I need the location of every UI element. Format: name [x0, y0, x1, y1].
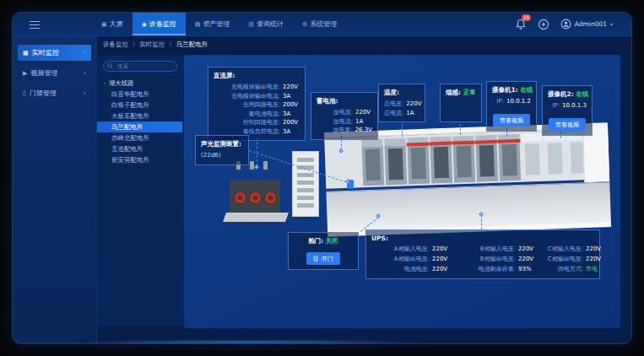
main-nav: ▣ 大屏 ◉ 设备监控 ▤ 资产管理 ▥ 查询统计 ⚙ 系统管理 — [92, 13, 346, 35]
connector-line — [481, 215, 482, 229]
user-menu[interactable]: Admin001 ▾ — [560, 19, 613, 30]
sidebar-item-label: 实时监控 — [32, 48, 59, 57]
field-label: 电池电压: — [371, 265, 430, 274]
field-label: C相输入电压: — [540, 245, 583, 254]
nav-label: 大屏 — [110, 19, 123, 29]
realtime-monitor-icon: ▦ — [23, 50, 29, 57]
sidebar-item-access-control[interactable]: ▯ 门禁管理 › — [18, 85, 91, 101]
transformer-base — [223, 213, 289, 222]
switchgear-cabinet — [521, 133, 544, 181]
tree-item[interactable]: 五道配电所 — [97, 143, 182, 154]
menu-icon[interactable] — [30, 21, 40, 29]
callout-temperature: 温度: 总电压:220V 总电流:1A — [378, 84, 425, 122]
switchgear-cabinet — [361, 138, 384, 186]
field-value: 220V — [518, 255, 535, 264]
coil — [249, 191, 262, 204]
breadcrumb-device-monitor[interactable]: 设备监控 — [103, 40, 128, 48]
nav-item-system[interactable]: ⚙ 系统管理 — [293, 13, 346, 35]
field-label: C相输出电压: — [540, 255, 583, 264]
nav-item-device-monitor[interactable]: ◉ 设备监控 — [133, 13, 186, 35]
temperature-title: 温度: — [384, 89, 419, 97]
field-label: 控制回路电压: — [214, 118, 280, 127]
ip-label: IP: — [548, 101, 560, 111]
chevron-right-icon: › — [84, 69, 86, 77]
field-value: 220V — [355, 108, 372, 117]
breadcrumb-separator: / — [133, 40, 135, 48]
field-value: 26.3V — [355, 126, 372, 135]
field-label: B相输出电压: — [454, 255, 516, 264]
door-title: 舱门: 关闭 — [294, 237, 353, 245]
smoke-title: 烟感: 正常 — [446, 89, 476, 97]
field-value: 220V — [518, 245, 535, 254]
tree-item[interactable]: 白音华配电所 — [97, 89, 182, 100]
transformer[interactable] — [223, 168, 289, 222]
open-door-button[interactable]: 开门 — [306, 252, 340, 265]
door-status: 关闭 — [326, 237, 338, 245]
tree-group-line[interactable]: -湖大线路 — [97, 78, 182, 89]
tree-item-selected[interactable]: 乌兰配电所 — [97, 121, 182, 132]
tree-group-label: 湖大线路 — [109, 79, 134, 87]
callout-camera-1: 摄像机1: 在线 IP:10.0.1.2 查看视频 — [486, 81, 537, 132]
alarm-bell-icon[interactable]: 25 — [515, 19, 527, 30]
sidebar-item-video-management[interactable]: ▶ 视频管理 › — [18, 65, 91, 81]
sidebar-item-realtime-monitor[interactable]: ▦ 实时监控 › — [18, 45, 91, 61]
field-label: 总电流: — [384, 109, 403, 118]
tree-item[interactable]: 大板车配电所 — [97, 111, 182, 121]
camera2-title: 摄像机2: 在线 — [548, 90, 587, 99]
door-access-icon: ▯ — [23, 90, 26, 97]
alarm-count-badge: 25 — [522, 14, 532, 21]
ip-value: 10.0.1.2 — [506, 97, 531, 106]
tree-item[interactable]: 新安营配电所 — [97, 154, 182, 165]
tree-item[interactable]: 白银子配电所 — [97, 100, 182, 111]
field-value: 200V — [283, 118, 300, 127]
field-label: 合闸回路电压: — [214, 100, 280, 110]
left-sidebar: ▦ 实时监控 › ▶ 视频管理 › ▯ 门禁管理 › — [13, 36, 97, 343]
field-label: 充电模块输出电流: — [214, 92, 280, 101]
breadcrumb-realtime[interactable]: 实时监控 — [139, 40, 165, 48]
field-label: 充电模块输出电压: — [214, 83, 280, 92]
field-label: 供电方式: — [540, 265, 583, 274]
field-value: 220V — [432, 255, 449, 264]
chevron-down-icon: ▾ — [610, 21, 613, 27]
field-label: 电池剩余容量: — [454, 265, 516, 274]
nav-label: 资产管理 — [203, 19, 230, 29]
nav-item-bigscreen[interactable]: ▣ 大屏 — [92, 13, 133, 35]
switchgear-cabinet — [407, 138, 430, 185]
header-right: 25 Admin001 ▾ — [515, 13, 631, 35]
battery-title: 蓄电池: — [317, 97, 372, 105]
tree-item[interactable]: 赤峰北配电所 — [97, 132, 182, 143]
view-video-button[interactable]: 查看视频 — [549, 118, 586, 131]
callout-door: 舱门: 关闭 开门 — [288, 232, 359, 270]
field-value: 3A — [283, 110, 300, 119]
bigscreen-icon: ▣ — [101, 21, 107, 28]
switchgear-cabinet — [498, 134, 521, 181]
field-value: 3A — [283, 127, 300, 137]
fullscreen-icon[interactable] — [538, 19, 549, 30]
switchgear-cabinet — [544, 132, 566, 180]
field-value: 3A — [283, 92, 300, 101]
tree-search-input[interactable] — [103, 61, 177, 72]
station-tree-panel: -湖大线路 白音华配电所 白银子配电所 大板车配电所 乌兰配电所 赤峰北配电所 … — [97, 55, 183, 326]
camera1-status: 在线 — [520, 86, 533, 94]
view-video-button[interactable]: 查看视频 — [493, 114, 530, 127]
field-value: 220V — [406, 100, 423, 109]
field-value: 93% — [518, 265, 535, 274]
door-icon — [313, 256, 319, 262]
field-value: 220V — [432, 245, 449, 254]
monitor-icon: ◉ — [142, 21, 147, 28]
field-label: 总电压: — [384, 100, 403, 109]
breadcrumb: 设备监控 / 实时监控 / 乌兰配电所 — [103, 40, 208, 49]
power-cabinet[interactable] — [292, 151, 319, 217]
nav-item-query-stats[interactable]: ▥ 查询统计 — [239, 13, 293, 35]
field-label: 放电量: — [317, 126, 353, 135]
nav-label: 设备监控 — [149, 19, 176, 29]
field-label: 蓄电池电流: — [214, 110, 280, 119]
smoke-status: 正常 — [463, 89, 476, 96]
coil — [264, 191, 277, 204]
field-value: 200V — [283, 100, 300, 110]
user-name: Admin001 — [575, 20, 607, 28]
ip-value: 10.0.1.3 — [562, 101, 587, 111]
nav-item-assets[interactable]: ▤ 资产管理 — [186, 13, 240, 35]
asset-icon: ▤ — [195, 21, 201, 28]
callout-sound-light: 声光监测装置: (22dB) — [195, 135, 249, 165]
